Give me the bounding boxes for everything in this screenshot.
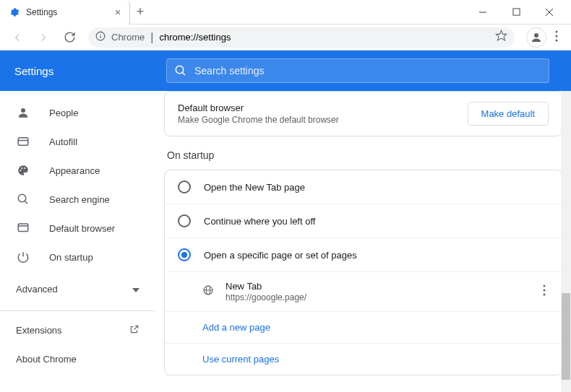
- sidebar-item-people[interactable]: People: [0, 98, 155, 127]
- default-browser-card: Default browser Make Google Chrome the d…: [164, 91, 562, 136]
- svg-point-14: [21, 108, 25, 113]
- svg-point-11: [556, 39, 558, 41]
- window-titlebar: Settings × +: [0, 0, 571, 25]
- kebab-menu-icon[interactable]: [552, 30, 561, 45]
- default-browser-subtitle: Make Google Chrome the default browser: [178, 115, 339, 125]
- page-title: Settings: [14, 65, 152, 77]
- sidebar-item-autofill[interactable]: Autofill: [0, 127, 155, 156]
- settings-header: Settings: [0, 51, 571, 91]
- address-bar: Chrome | chrome://settings: [0, 25, 571, 51]
- search-box[interactable]: [166, 58, 549, 83]
- option-label: Open a specific page or set of pages: [204, 250, 357, 261]
- about-chrome-label: About Chrome: [16, 354, 77, 365]
- sidebar-item-label: Autofill: [49, 136, 77, 147]
- svg-marker-25: [132, 288, 139, 292]
- radio-icon: [178, 180, 191, 193]
- svg-point-29: [544, 285, 546, 287]
- palette-icon: [16, 164, 30, 177]
- sidebar-item-label: People: [49, 108, 78, 118]
- startup-page-url: https://gooogle.page/: [226, 292, 528, 302]
- settings-icon: [9, 6, 20, 18]
- add-new-page-link[interactable]: Add a new page: [165, 311, 562, 343]
- sidebar: People Autofill Appearance Search engine…: [0, 91, 155, 392]
- option-label: Continue where you left off: [204, 216, 315, 227]
- advanced-footer-toggle[interactable]: Advanced: [164, 388, 562, 392]
- sidebar-item-label: Appearance: [49, 165, 100, 176]
- reload-button[interactable]: [58, 26, 81, 49]
- svg-point-19: [24, 167, 25, 169]
- new-tab-button[interactable]: +: [130, 4, 150, 19]
- svg-point-31: [544, 294, 546, 296]
- radio-icon: [178, 248, 191, 261]
- profile-area: [522, 27, 565, 48]
- main-panel: Default browser Make Google Chrome the d…: [155, 91, 571, 392]
- sidebar-item-label: On startup: [49, 252, 93, 263]
- site-info-icon[interactable]: [95, 31, 106, 44]
- svg-point-9: [556, 30, 558, 32]
- sidebar-item-search-engine[interactable]: Search engine: [0, 185, 155, 214]
- close-tab-button[interactable]: ×: [112, 6, 124, 18]
- sidebar-item-appearance[interactable]: Appearance: [0, 156, 155, 185]
- svg-rect-1: [512, 9, 519, 15]
- search-icon: [174, 64, 187, 77]
- person-icon: [16, 106, 30, 119]
- svg-line-21: [25, 201, 27, 204]
- close-window-button[interactable]: [541, 4, 558, 21]
- startup-option-specific-pages[interactable]: Open a specific page or set of pages: [165, 238, 562, 271]
- profile-button[interactable]: [526, 27, 546, 48]
- url-text: chrome://settings: [159, 32, 231, 43]
- svg-point-8: [534, 33, 538, 38]
- bookmark-star-icon[interactable]: [495, 30, 507, 45]
- advanced-label: Advanced: [16, 284, 58, 295]
- extensions-label: Extensions: [16, 325, 62, 336]
- svg-point-10: [556, 35, 558, 37]
- url-scheme-label: Chrome: [111, 32, 145, 43]
- svg-point-12: [176, 66, 184, 74]
- scrollbar-track[interactable]: [561, 91, 571, 392]
- sidebar-item-label: Default browser: [49, 223, 115, 234]
- sidebar-item-label: Search engine: [49, 194, 110, 205]
- divider: [0, 310, 155, 311]
- svg-point-18: [22, 167, 23, 169]
- forward-button[interactable]: [32, 26, 55, 49]
- minimize-button[interactable]: [474, 4, 491, 21]
- svg-point-17: [20, 170, 21, 171]
- maximize-button[interactable]: [507, 4, 525, 21]
- sidebar-extensions[interactable]: Extensions: [0, 315, 155, 344]
- startup-page-row: New Tab https://gooogle.page/: [165, 271, 562, 311]
- window-controls: [474, 4, 571, 21]
- search-input[interactable]: [194, 65, 541, 77]
- power-icon: [16, 251, 30, 263]
- page-kebab-menu[interactable]: [540, 282, 549, 302]
- back-button[interactable]: [6, 26, 29, 49]
- browser-icon: [16, 222, 30, 235]
- external-link-icon: [129, 324, 139, 336]
- svg-rect-22: [18, 224, 28, 232]
- sidebar-item-on-startup[interactable]: On startup: [0, 243, 155, 271]
- startup-option-continue[interactable]: Continue where you left off: [165, 204, 562, 238]
- option-label: Open the New Tab page: [204, 182, 305, 193]
- svg-point-30: [544, 289, 546, 292]
- scrollbar-thumb[interactable]: [562, 293, 570, 380]
- svg-line-13: [182, 72, 185, 75]
- svg-point-20: [18, 194, 26, 202]
- sidebar-about-chrome[interactable]: About Chrome: [0, 344, 155, 373]
- make-default-button[interactable]: Make default: [468, 102, 549, 126]
- url-field[interactable]: Chrome | chrome://settings: [88, 27, 515, 48]
- default-browser-title: Default browser: [178, 103, 339, 113]
- svg-rect-15: [18, 138, 28, 146]
- on-startup-heading: On startup: [167, 149, 562, 161]
- tab-title: Settings: [26, 7, 106, 17]
- sidebar-advanced-toggle[interactable]: Advanced: [0, 271, 155, 306]
- sidebar-item-default-browser[interactable]: Default browser: [0, 214, 155, 243]
- startup-option-new-tab[interactable]: Open the New Tab page: [165, 170, 562, 204]
- caret-down-icon: [132, 284, 139, 295]
- on-startup-card: Open the New Tab page Continue where you…: [164, 170, 562, 375]
- svg-marker-7: [496, 30, 506, 40]
- browser-tab[interactable]: Settings ×: [0, 0, 130, 25]
- use-current-pages-link[interactable]: Use current pages: [165, 343, 562, 375]
- search-icon: [16, 193, 30, 206]
- globe-icon: [202, 284, 214, 299]
- startup-page-name: New Tab: [226, 281, 528, 292]
- radio-icon: [178, 214, 191, 227]
